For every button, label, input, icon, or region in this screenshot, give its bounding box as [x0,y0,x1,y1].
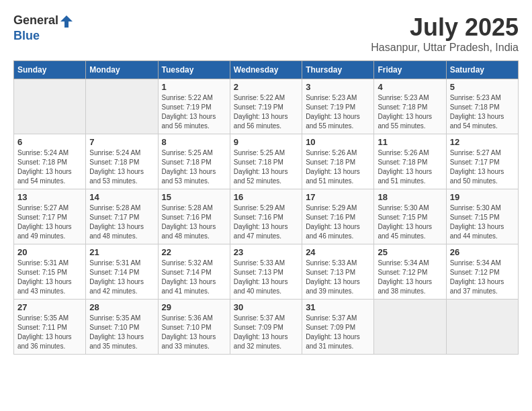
day-cell: 31Sunrise: 5:37 AMSunset: 7:09 PMDayligh… [302,300,374,355]
day-cell: 6Sunrise: 5:24 AMSunset: 7:18 PMDaylight… [14,134,86,189]
column-header-wednesday: Wednesday [230,61,302,79]
day-number: 24 [306,247,370,257]
day-number: 26 [450,247,515,257]
day-cell: 9Sunrise: 5:25 AMSunset: 7:18 PMDaylight… [230,134,302,189]
day-info: Sunrise: 5:35 AMSunset: 7:10 PMDaylight:… [89,314,154,351]
day-number: 22 [162,247,226,257]
day-number: 18 [378,192,442,202]
day-cell: 1Sunrise: 5:22 AMSunset: 7:19 PMDaylight… [158,79,230,134]
day-info: Sunrise: 5:27 AMSunset: 7:17 PMDaylight:… [17,203,82,241]
day-info: Sunrise: 5:29 AMSunset: 7:16 PMDaylight:… [234,203,298,241]
column-header-saturday: Saturday [446,61,518,79]
day-number: 19 [450,192,515,202]
day-cell: 11Sunrise: 5:26 AMSunset: 7:18 PMDayligh… [374,134,446,189]
day-cell: 7Sunrise: 5:24 AMSunset: 7:18 PMDaylight… [86,134,158,189]
day-cell: 4Sunrise: 5:23 AMSunset: 7:18 PMDaylight… [374,79,446,134]
column-header-monday: Monday [86,61,158,79]
day-cell: 2Sunrise: 5:22 AMSunset: 7:19 PMDaylight… [230,79,302,134]
calendar-subtitle: Hasanpur, Uttar Pradesh, India [371,42,519,54]
column-header-tuesday: Tuesday [158,61,230,79]
column-header-sunday: Sunday [14,61,86,79]
day-info: Sunrise: 5:30 AMSunset: 7:15 PMDaylight:… [450,203,515,241]
day-number: 3 [306,82,370,92]
day-number: 29 [162,302,226,312]
logo-text: General Blue [13,13,75,43]
column-header-friday: Friday [374,61,446,79]
day-info: Sunrise: 5:23 AMSunset: 7:18 PMDaylight:… [450,93,515,131]
day-info: Sunrise: 5:34 AMSunset: 7:12 PMDaylight:… [450,259,515,296]
day-cell: 10Sunrise: 5:26 AMSunset: 7:18 PMDayligh… [302,134,374,189]
logo-icon [59,14,74,29]
day-info: Sunrise: 5:28 AMSunset: 7:16 PMDaylight:… [162,203,226,241]
day-number: 11 [378,137,442,147]
day-cell: 3Sunrise: 5:23 AMSunset: 7:19 PMDaylight… [302,79,374,134]
calendar-table: SundayMondayTuesdayWednesdayThursdayFrid… [13,60,519,355]
day-cell: 29Sunrise: 5:36 AMSunset: 7:10 PMDayligh… [158,300,230,355]
day-cell: 17Sunrise: 5:29 AMSunset: 7:16 PMDayligh… [302,189,374,244]
day-number: 27 [17,302,82,312]
day-info: Sunrise: 5:30 AMSunset: 7:15 PMDaylight:… [378,203,442,241]
day-cell: 18Sunrise: 5:30 AMSunset: 7:15 PMDayligh… [374,189,446,244]
day-number: 13 [17,192,82,202]
day-number: 30 [234,302,298,312]
day-cell: 30Sunrise: 5:37 AMSunset: 7:09 PMDayligh… [230,300,302,355]
day-cell: 21Sunrise: 5:31 AMSunset: 7:14 PMDayligh… [86,244,158,300]
week-row-3: 13Sunrise: 5:27 AMSunset: 7:17 PMDayligh… [14,189,519,244]
day-info: Sunrise: 5:29 AMSunset: 7:16 PMDaylight:… [306,203,370,241]
day-cell: 22Sunrise: 5:32 AMSunset: 7:14 PMDayligh… [158,244,230,300]
day-number: 5 [450,82,515,92]
day-info: Sunrise: 5:35 AMSunset: 7:11 PMDaylight:… [17,314,82,351]
day-info: Sunrise: 5:37 AMSunset: 7:09 PMDaylight:… [234,314,298,351]
day-info: Sunrise: 5:22 AMSunset: 7:19 PMDaylight:… [234,93,298,131]
day-number: 8 [162,137,226,147]
page-header: General Blue July 2025 Hasanpur, Uttar P… [13,13,519,54]
day-number: 2 [234,82,298,92]
day-cell: 27Sunrise: 5:35 AMSunset: 7:11 PMDayligh… [14,300,86,355]
day-cell: 20Sunrise: 5:31 AMSunset: 7:15 PMDayligh… [14,244,86,300]
day-info: Sunrise: 5:26 AMSunset: 7:18 PMDaylight:… [306,148,370,186]
day-cell: 13Sunrise: 5:27 AMSunset: 7:17 PMDayligh… [14,189,86,244]
day-cell: 15Sunrise: 5:28 AMSunset: 7:16 PMDayligh… [158,189,230,244]
day-number: 15 [162,192,226,202]
day-info: Sunrise: 5:33 AMSunset: 7:13 PMDaylight:… [306,259,370,296]
calendar-header-row: SundayMondayTuesdayWednesdayThursdayFrid… [14,61,519,79]
calendar-title: July 2025 [371,13,519,42]
day-info: Sunrise: 5:36 AMSunset: 7:10 PMDaylight:… [162,314,226,351]
day-info: Sunrise: 5:27 AMSunset: 7:17 PMDaylight:… [450,148,515,186]
day-cell: 26Sunrise: 5:34 AMSunset: 7:12 PMDayligh… [446,244,518,300]
day-number: 6 [17,137,82,147]
day-number: 16 [234,192,298,202]
day-number: 10 [306,137,370,147]
day-number: 21 [89,247,154,257]
day-number: 23 [234,247,298,257]
day-info: Sunrise: 5:37 AMSunset: 7:09 PMDaylight:… [306,314,370,351]
logo-general: General [13,13,58,27]
day-cell: 12Sunrise: 5:27 AMSunset: 7:17 PMDayligh… [446,134,518,189]
week-row-1: 1Sunrise: 5:22 AMSunset: 7:19 PMDaylight… [14,79,519,134]
day-info: Sunrise: 5:25 AMSunset: 7:18 PMDaylight:… [234,148,298,186]
day-number: 31 [306,302,370,312]
logo-blue: Blue [13,29,40,42]
week-row-2: 6Sunrise: 5:24 AMSunset: 7:18 PMDaylight… [14,134,519,189]
svg-marker-0 [60,15,73,28]
day-info: Sunrise: 5:28 AMSunset: 7:17 PMDaylight:… [89,203,154,241]
day-cell: 23Sunrise: 5:33 AMSunset: 7:13 PMDayligh… [230,244,302,300]
week-row-4: 20Sunrise: 5:31 AMSunset: 7:15 PMDayligh… [14,244,519,300]
day-number: 14 [89,192,154,202]
day-number: 4 [378,82,442,92]
day-cell: 8Sunrise: 5:25 AMSunset: 7:18 PMDaylight… [158,134,230,189]
day-cell [14,79,86,134]
day-info: Sunrise: 5:31 AMSunset: 7:14 PMDaylight:… [89,259,154,296]
day-info: Sunrise: 5:32 AMSunset: 7:14 PMDaylight:… [162,259,226,296]
day-cell: 24Sunrise: 5:33 AMSunset: 7:13 PMDayligh… [302,244,374,300]
day-info: Sunrise: 5:31 AMSunset: 7:15 PMDaylight:… [17,259,82,296]
day-number: 28 [89,302,154,312]
day-cell: 5Sunrise: 5:23 AMSunset: 7:18 PMDaylight… [446,79,518,134]
day-cell [446,300,518,355]
title-section: July 2025 Hasanpur, Uttar Pradesh, India [371,13,519,54]
column-header-thursday: Thursday [302,61,374,79]
day-number: 20 [17,247,82,257]
day-info: Sunrise: 5:23 AMSunset: 7:19 PMDaylight:… [306,93,370,131]
day-info: Sunrise: 5:26 AMSunset: 7:18 PMDaylight:… [378,148,442,186]
day-info: Sunrise: 5:25 AMSunset: 7:18 PMDaylight:… [162,148,226,186]
